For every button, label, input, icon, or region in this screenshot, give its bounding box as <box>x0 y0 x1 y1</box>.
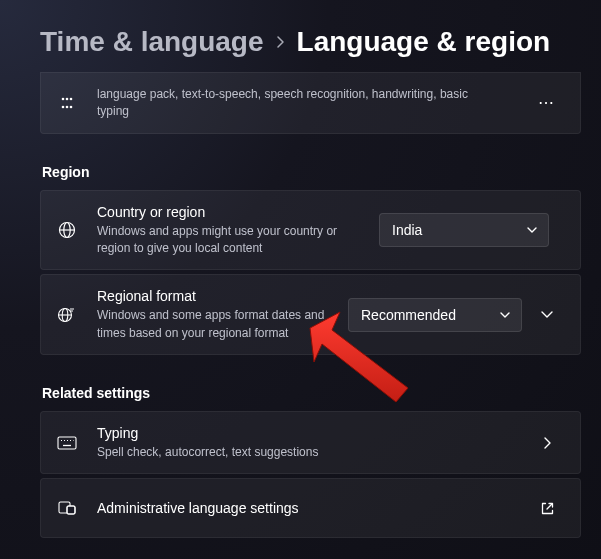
svg-point-2 <box>70 98 73 101</box>
globe-format-icon <box>57 306 77 324</box>
regional-format-value: Recommended <box>361 307 456 323</box>
keyboard-icon <box>57 436 77 450</box>
breadcrumb-parent[interactable]: Time & language <box>40 26 264 58</box>
svg-line-22 <box>547 504 552 509</box>
chevron-down-icon <box>499 311 511 319</box>
country-region-value: India <box>392 222 422 238</box>
globe-icon <box>57 221 77 239</box>
typing-title: Typing <box>97 424 518 443</box>
admin-language-icon <box>57 499 77 517</box>
grip-icon <box>57 96 77 110</box>
admin-language-title: Administrative language settings <box>97 499 518 518</box>
admin-language-row[interactable]: Administrative language settings <box>40 478 581 538</box>
svg-point-3 <box>62 106 65 109</box>
more-options-button[interactable]: ⋯ <box>530 86 564 120</box>
regional-format-title: Regional format <box>97 287 336 306</box>
country-region-dropdown[interactable]: India <box>379 213 549 247</box>
regional-format-dropdown[interactable]: Recommended <box>348 298 522 332</box>
typing-subtitle: Spell check, autocorrect, text suggestio… <box>97 444 518 461</box>
country-region-title: Country or region <box>97 203 367 222</box>
svg-point-1 <box>66 98 69 101</box>
chevron-right-icon <box>530 426 564 460</box>
svg-point-0 <box>62 98 65 101</box>
language-pack-subtitle: language pack, text-to-speech, speech re… <box>97 86 477 121</box>
expand-button[interactable] <box>530 298 564 332</box>
svg-rect-12 <box>58 437 76 449</box>
country-region-row: Country or region Windows and apps might… <box>40 190 581 271</box>
svg-rect-20 <box>67 506 75 514</box>
external-link-icon <box>530 491 564 525</box>
chevron-down-icon <box>526 226 538 234</box>
typing-row[interactable]: Typing Spell check, autocorrect, text su… <box>40 411 581 474</box>
language-pack-card[interactable]: language pack, text-to-speech, speech re… <box>40 72 581 134</box>
breadcrumb-current: Language & region <box>297 26 551 58</box>
regional-format-subtitle: Windows and some apps format dates and t… <box>97 307 336 342</box>
country-region-subtitle: Windows and apps might use your country … <box>97 223 367 258</box>
chevron-right-icon <box>276 35 285 49</box>
svg-point-5 <box>70 106 73 109</box>
breadcrumb: Time & language Language & region <box>40 26 581 58</box>
regional-format-row: Regional format Windows and some apps fo… <box>40 274 581 355</box>
section-title-region: Region <box>42 164 581 180</box>
section-title-related: Related settings <box>42 385 581 401</box>
svg-point-4 <box>66 106 69 109</box>
